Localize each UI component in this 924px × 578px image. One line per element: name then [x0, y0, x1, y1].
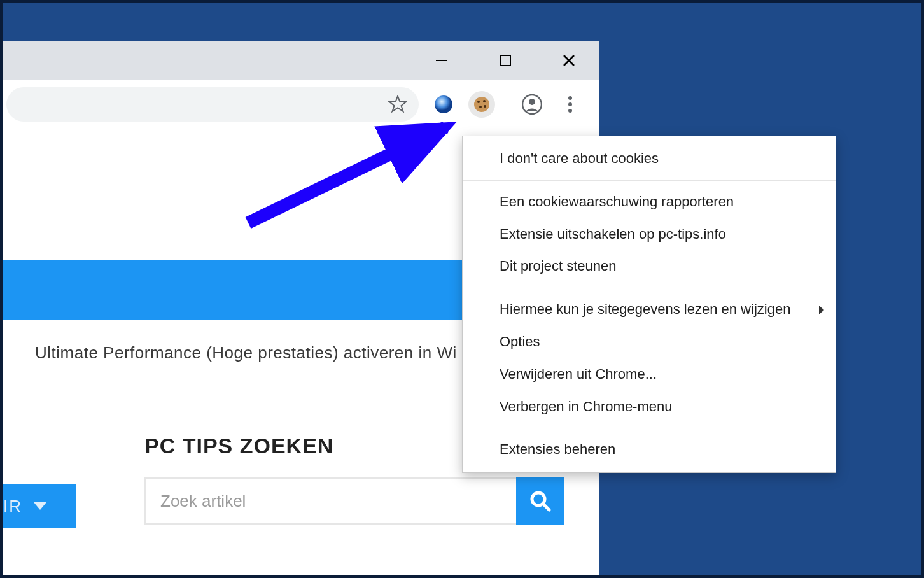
- extension-context-menu: I don't care about cookies Een cookiewaa…: [462, 136, 836, 473]
- extension-cookie-button[interactable]: [468, 91, 495, 118]
- menu-separator: [463, 180, 836, 181]
- svg-line-16: [543, 504, 549, 510]
- close-button[interactable]: [554, 46, 584, 75]
- menu-item-hide[interactable]: Verbergen in Chrome-menu: [463, 391, 836, 423]
- cookie-icon: [472, 95, 491, 114]
- menu-button[interactable]: [557, 91, 584, 118]
- menu-title-label: I don't care about cookies: [500, 149, 659, 169]
- menu-title[interactable]: I don't care about cookies: [463, 143, 836, 175]
- minimize-button[interactable]: [427, 46, 456, 75]
- menu-item-label: Dit project steunen: [500, 257, 616, 276]
- svg-point-9: [484, 105, 486, 108]
- svg-point-8: [479, 106, 482, 108]
- search-box: [144, 477, 564, 525]
- search-input[interactable]: [144, 477, 516, 525]
- svg-point-12: [568, 96, 572, 100]
- svg-point-7: [483, 100, 486, 102]
- profile-button[interactable]: [519, 91, 545, 118]
- search-button[interactable]: [516, 477, 564, 525]
- svg-point-13: [568, 102, 572, 106]
- close-icon: [562, 53, 576, 67]
- menu-item-manage-extensions[interactable]: Extensies beheren: [463, 433, 836, 466]
- svg-point-4: [435, 95, 452, 113]
- profile-icon: [522, 94, 542, 115]
- menu-item-report-warning[interactable]: Een cookiewaarschuwing rapporteren: [463, 186, 836, 218]
- svg-point-5: [474, 97, 489, 112]
- menu-item-label: Opties: [500, 332, 540, 352]
- menu-item-support-project[interactable]: Dit project steunen: [463, 250, 836, 283]
- globe-icon: [433, 94, 454, 115]
- svg-rect-1: [500, 55, 510, 66]
- chevron-down-icon: [34, 502, 46, 510]
- menu-item-options[interactable]: Opties: [463, 326, 836, 358]
- menu-item-site-data[interactable]: Hiermee kun je sitegegevens lezen en wij…: [463, 293, 836, 326]
- article-title: Ultimate Performance (Hoge prestaties) a…: [35, 343, 457, 363]
- category-dropdown[interactable]: IR: [1, 484, 76, 528]
- menu-item-label: Een cookiewaarschuwing rapporteren: [500, 192, 734, 212]
- dropdown-label: IR: [3, 497, 22, 516]
- separator: [507, 95, 507, 114]
- browser-toolbar: [1, 80, 599, 129]
- svg-point-11: [529, 99, 535, 105]
- menu-item-label: Hiermee kun je sitegegevens lezen en wij…: [500, 300, 790, 320]
- menu-item-label: Verbergen in Chrome-menu: [500, 397, 672, 417]
- maximize-button[interactable]: [491, 46, 520, 75]
- submenu-arrow-icon: [819, 306, 824, 314]
- kebab-menu-icon: [568, 95, 573, 113]
- svg-point-6: [477, 101, 480, 103]
- menu-item-label: Extensie uitschakelen op pc-tips.info: [500, 225, 726, 244]
- menu-item-disable-site[interactable]: Extensie uitschakelen op pc-tips.info: [463, 218, 836, 251]
- extension-globe-button[interactable]: [430, 91, 457, 118]
- menu-item-label: Extensies beheren: [500, 440, 615, 460]
- maximize-icon: [498, 53, 512, 67]
- search-icon: [529, 490, 552, 512]
- menu-separator: [463, 428, 836, 428]
- minimize-icon: [435, 53, 449, 67]
- menu-item-remove[interactable]: Verwijderen uit Chrome...: [463, 358, 836, 391]
- address-bar[interactable]: [6, 87, 419, 122]
- star-icon[interactable]: [388, 95, 407, 114]
- menu-item-label: Verwijderen uit Chrome...: [500, 365, 657, 384]
- menu-separator: [463, 288, 836, 288]
- svg-point-14: [568, 109, 572, 113]
- window-titlebar: [1, 41, 599, 80]
